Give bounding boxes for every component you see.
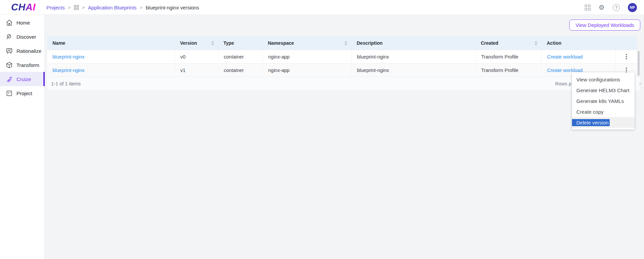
create-workload-link[interactable]: Create workload bbox=[547, 54, 583, 60]
sidebar-item-label: Transform bbox=[16, 62, 39, 68]
breadcrumb-separator: > bbox=[68, 5, 71, 10]
kanban-board-icon bbox=[6, 90, 13, 97]
sidebar-item-cruize[interactable]: Cruize bbox=[0, 72, 44, 86]
sort-icon[interactable] bbox=[211, 41, 214, 45]
column-header-namespace: Namespace bbox=[262, 36, 351, 50]
sidebar-item-home[interactable]: Home bbox=[0, 15, 44, 30]
name-cell: blueprint-nginx bbox=[47, 50, 175, 63]
sidebar-item-transform[interactable]: Transform bbox=[0, 58, 44, 72]
next-page-chevron-icon[interactable]: > bbox=[639, 80, 642, 87]
user-avatar[interactable]: NP bbox=[628, 3, 637, 12]
view-deployed-workloads-button[interactable]: View Deployed Workloads bbox=[569, 20, 640, 31]
column-header-type: Type bbox=[218, 36, 262, 50]
table-row: blueprint-nginx v1 container nginx-app b… bbox=[47, 63, 637, 77]
vertical-scrollbar-thumb[interactable] bbox=[638, 51, 640, 76]
sidebar-item-label: Home bbox=[16, 20, 30, 26]
column-header-description: Description bbox=[351, 36, 475, 50]
column-header-action: Action bbox=[541, 36, 615, 50]
table-row: blueprint-nginx v0 container nginx-app b… bbox=[47, 50, 637, 63]
column-header-created: Created bbox=[475, 36, 541, 50]
menu-item-generate-k8s-yamls[interactable]: Generate k8s YAMLs bbox=[572, 96, 635, 106]
blueprint-versions-table: Name Version Type Namespace Description … bbox=[47, 36, 640, 90]
breadcrumb-separator: > bbox=[82, 5, 85, 10]
apps-grid-icon[interactable] bbox=[585, 5, 591, 10]
rows-per-page-label: Rows p bbox=[555, 81, 571, 86]
blueprint-name-link[interactable]: blueprint-nginx bbox=[52, 68, 84, 73]
help-icon[interactable]: ? bbox=[613, 4, 620, 11]
topbar: CHAI Projects > > Application Blueprints… bbox=[0, 0, 644, 15]
created-cell: Transform Profile bbox=[475, 64, 541, 77]
menu-item-generate-helm3-chart[interactable]: Generate HELM3 Chart bbox=[572, 85, 635, 96]
breadcrumb: Projects > > Application Blueprints > bl… bbox=[46, 0, 199, 15]
created-cell: Transform Profile bbox=[475, 50, 541, 63]
column-header-name: Name bbox=[47, 36, 175, 50]
settings-gear-icon[interactable]: ⚙ bbox=[599, 4, 605, 11]
vertical-scrollbar-track bbox=[637, 50, 640, 77]
breadcrumb-projects-link[interactable]: Projects bbox=[46, 5, 65, 10]
presentation-chart-icon bbox=[6, 47, 13, 54]
breadcrumb-current-page: blueprint-nginx versions bbox=[146, 5, 199, 10]
breadcrumb-application-blueprints-link[interactable]: Application Blueprints bbox=[88, 5, 136, 10]
row-actions-kebab-button[interactable] bbox=[624, 52, 629, 62]
sidebar: Home Discover Rationalize Transform Crui… bbox=[0, 15, 45, 259]
kebab-cell bbox=[615, 50, 637, 63]
type-cell: container bbox=[218, 50, 262, 63]
sidebar-item-label: Discover bbox=[16, 34, 36, 40]
topbar-actions: ⚙ ? NP bbox=[585, 0, 637, 15]
sidebar-item-rationalize[interactable]: Rationalize bbox=[0, 44, 44, 58]
namespace-cell: nginx-app bbox=[262, 64, 351, 77]
row-actions-context-menu: View configurations Generate HELM3 Chart… bbox=[572, 72, 635, 130]
table-header-row: Name Version Type Namespace Description … bbox=[47, 36, 637, 50]
sidebar-item-project[interactable]: Project bbox=[0, 86, 44, 100]
sidebar-item-discover[interactable]: Discover bbox=[0, 30, 44, 44]
description-cell: blueprint-nginx bbox=[351, 64, 475, 77]
wind-swoosh-icon bbox=[6, 76, 13, 83]
blueprint-name-link[interactable]: blueprint-nginx bbox=[52, 54, 84, 60]
sidebar-item-label: Cruize bbox=[16, 76, 31, 82]
sort-icon[interactable] bbox=[345, 41, 347, 45]
sort-icon[interactable] bbox=[535, 41, 537, 45]
menu-item-view-configurations[interactable]: View configurations bbox=[572, 74, 635, 85]
column-header-version: Version bbox=[175, 36, 218, 50]
menu-item-create-copy[interactable]: Create copy bbox=[572, 106, 635, 117]
name-cell: blueprint-nginx bbox=[47, 64, 175, 77]
type-cell: container bbox=[218, 64, 262, 77]
items-count-label: 1-1 of 1 items bbox=[51, 81, 81, 86]
version-cell: v0 bbox=[175, 50, 218, 63]
menu-item-delete-version[interactable]: Delete version bbox=[572, 117, 635, 128]
magnifier-icon bbox=[6, 33, 13, 40]
chai-logo[interactable]: CHAI bbox=[11, 2, 36, 13]
sidebar-item-label: Rationalize bbox=[16, 48, 41, 54]
action-cell: Create workload bbox=[541, 50, 615, 63]
sidebar-item-label: Project bbox=[16, 90, 32, 96]
grid-breadcrumb-icon[interactable] bbox=[74, 5, 79, 10]
home-icon bbox=[6, 19, 13, 26]
namespace-cell: nginx-app bbox=[262, 50, 351, 63]
version-cell: v1 bbox=[175, 64, 218, 77]
description-cell: blueprint-nginx bbox=[351, 50, 475, 63]
column-header-kebab bbox=[615, 36, 637, 50]
breadcrumb-separator: > bbox=[140, 5, 143, 10]
cube-icon bbox=[6, 62, 13, 69]
table-footer: 1-1 of 1 items Rows p > bbox=[47, 77, 640, 90]
